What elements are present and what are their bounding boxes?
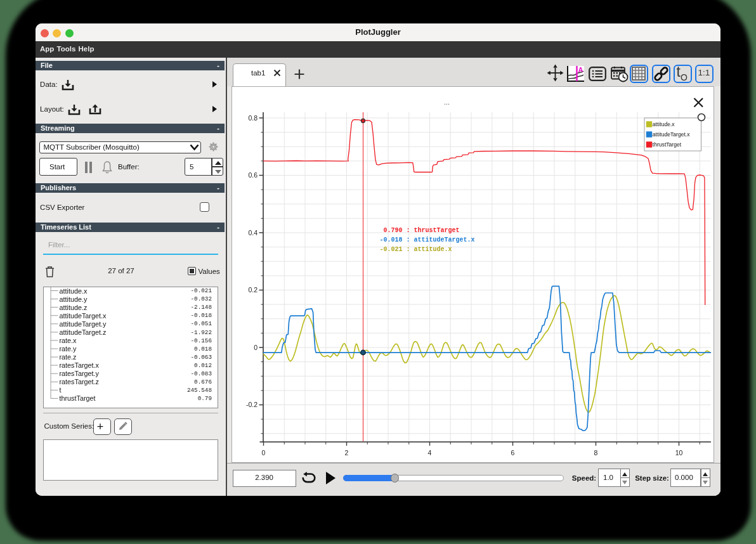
svg-text:-0.021 : attitude.x: -0.021 : attitude.x — [380, 246, 452, 253]
svg-text:0.790 : thrustTarget: 0.790 : thrustTarget — [380, 227, 460, 234]
svg-text:attitudeTarget.x: attitudeTarget.x — [653, 131, 690, 138]
svg-text:...: ... — [444, 98, 450, 106]
svg-text:8: 8 — [594, 449, 598, 457]
svg-text:0: 0 — [262, 449, 266, 457]
svg-text:0.8: 0.8 — [248, 114, 257, 122]
svg-text:0.4: 0.4 — [248, 229, 257, 236]
svg-text:0.6: 0.6 — [248, 171, 257, 179]
svg-text:thrustTarget: thrustTarget — [653, 141, 682, 148]
svg-text:10: 10 — [675, 449, 683, 457]
svg-text:0: 0 — [254, 344, 257, 351]
svg-text:0.2: 0.2 — [248, 286, 257, 294]
svg-text:-0.018 : attitudeTarget.x: -0.018 : attitudeTarget.x — [380, 236, 475, 243]
svg-text:6: 6 — [511, 449, 515, 457]
svg-text:attitude.x: attitude.x — [653, 121, 675, 127]
svg-text:2: 2 — [345, 449, 349, 457]
svg-text:A: A — [578, 66, 583, 74]
svg-text:4: 4 — [428, 449, 432, 457]
svg-text:-0.2: -0.2 — [246, 401, 257, 408]
